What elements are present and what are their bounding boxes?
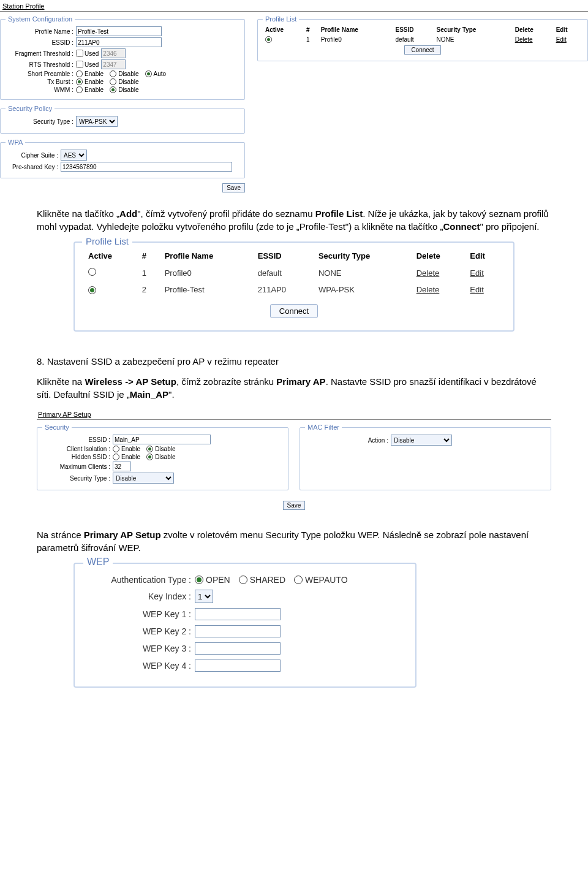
big-pl-legend: Profile List xyxy=(82,236,132,246)
auth-shared-radio[interactable]: SHARED xyxy=(239,575,285,585)
security-type-label: Security Type : xyxy=(6,118,76,125)
txburst-label: Tx Burst : xyxy=(6,78,76,85)
keyidx-select[interactable]: 1 xyxy=(195,590,213,603)
hidden-enable-radio[interactable]: Enable xyxy=(113,454,140,460)
iso-disable-radio[interactable]: Disable xyxy=(146,446,175,452)
preamble-disable-radio[interactable]: Disable xyxy=(110,70,138,77)
auth-shared-text: SHARED xyxy=(250,575,285,585)
wepkey4-label: WEP Key 4 : xyxy=(85,661,195,671)
connect-button-big[interactable]: Connect xyxy=(270,304,318,318)
active-radio[interactable] xyxy=(265,36,272,43)
wpa-legend: WPA xyxy=(6,139,25,146)
pl-sec: NONE xyxy=(434,34,512,44)
active-radio[interactable] xyxy=(88,286,96,294)
mac-action-select[interactable]: Disable xyxy=(391,435,452,446)
table-row: 2 Profile-Test 211AP0 WPA-PSK Delete Edi… xyxy=(83,281,505,298)
p2a: Klikněte na xyxy=(37,376,85,387)
station-profile-screenshot: Station Profile System Configuration Pro… xyxy=(0,0,588,199)
preamble-auto-radio[interactable]: Auto xyxy=(145,70,167,77)
connect-button-small[interactable]: Connect xyxy=(404,45,440,55)
bpl-h-essid: ESSID xyxy=(253,248,314,264)
ap-save-button[interactable]: Save xyxy=(283,501,306,510)
profile-list-table-small: Active # Profile Name ESSID Security Typ… xyxy=(263,25,582,56)
wmm-enable-text: Enable xyxy=(85,86,104,93)
save-button[interactable]: Save xyxy=(222,183,245,192)
pl-h-sec: Security Type xyxy=(434,25,512,34)
essid-input[interactable] xyxy=(76,37,162,47)
iso-enable-radio[interactable]: Enable xyxy=(113,446,140,452)
primary-ap-setup-screenshot: Primary AP Setup Security ESSID : Client… xyxy=(37,409,551,510)
cipher-select[interactable]: AES xyxy=(61,150,87,161)
p1g: " pro připojení. xyxy=(480,221,539,232)
wepkey2-label: WEP Key 2 : xyxy=(85,626,195,636)
security-type-select[interactable]: WPA-PSK xyxy=(76,116,118,127)
p2f: Main_AP xyxy=(130,389,168,400)
profile-list-table-big: Active # Profile Name ESSID Security Typ… xyxy=(83,248,505,322)
p2c: , čímž zobrazíte stránku xyxy=(176,376,276,387)
bpl-num: 2 xyxy=(137,281,160,298)
bpl-sec: NONE xyxy=(314,264,412,281)
p1a: Klikněte na tlačítko „ xyxy=(37,208,119,219)
paragraph-3: Na stránce Primary AP Setup zvolte v rol… xyxy=(37,528,551,554)
delete-link[interactable]: Delete xyxy=(417,285,440,294)
preamble-enable-text: Enable xyxy=(85,70,104,77)
auth-open-text: OPEN xyxy=(206,575,230,585)
ap-sectype-label: Security Type : xyxy=(42,475,113,482)
security-policy-legend: Security Policy xyxy=(6,105,55,112)
security-policy-panel: Security Policy Security Type : WPA-PSK xyxy=(0,105,245,134)
bpl-sec: WPA-PSK xyxy=(314,281,412,298)
bpl-h-edit: Edit xyxy=(465,248,505,264)
active-radio[interactable] xyxy=(88,268,96,276)
delete-link[interactable]: Delete xyxy=(417,268,440,278)
station-profile-title: Station Profile xyxy=(0,0,588,12)
wmm-disable-radio[interactable]: Disable xyxy=(110,86,138,93)
txburst-enable-text: Enable xyxy=(85,78,104,85)
iso-disable-text: Disable xyxy=(155,446,175,452)
pl-h-name: Profile Name xyxy=(318,25,393,34)
preamble-auto-text: Auto xyxy=(154,70,167,77)
rts-used-text: Used xyxy=(85,61,99,68)
rts-label: RTS Threshold : xyxy=(6,61,76,68)
psk-input[interactable] xyxy=(61,162,232,172)
hidden-enable-text: Enable xyxy=(121,454,140,460)
wepkey3-input[interactable] xyxy=(195,642,281,655)
txburst-enable-radio[interactable]: Enable xyxy=(76,78,104,85)
wep-legend: WEP xyxy=(83,557,113,568)
pl-h-del: Delete xyxy=(513,25,554,34)
auth-open-radio[interactable]: OPEN xyxy=(195,575,230,585)
ap-essid-input[interactable] xyxy=(113,435,211,444)
p1b: Add xyxy=(119,208,137,219)
iso-label: Client Isolation : xyxy=(42,446,113,452)
preamble-disable-text: Disable xyxy=(118,70,138,77)
hidden-disable-radio[interactable]: Disable xyxy=(146,454,175,460)
pl-h-edit: Edit xyxy=(554,25,582,34)
bpl-name: Profile-Test xyxy=(160,281,253,298)
max-input[interactable] xyxy=(113,462,131,471)
mac-action-label: Action : xyxy=(305,437,391,444)
bpl-essid: 211AP0 xyxy=(253,281,314,298)
edit-link[interactable]: Edit xyxy=(556,36,567,43)
wmm-enable-radio[interactable]: Enable xyxy=(76,86,104,93)
max-label: Maximum Clients : xyxy=(42,463,113,470)
profile-list-panel-big: Profile List Active # Profile Name ESSID… xyxy=(74,241,514,332)
p2g: ". xyxy=(168,389,175,400)
rts-used-checkbox[interactable] xyxy=(76,61,83,68)
txburst-disable-radio[interactable]: Disable xyxy=(110,78,138,85)
essid-label: ESSID : xyxy=(6,39,76,46)
edit-link[interactable]: Edit xyxy=(470,285,483,294)
frag-used-checkbox[interactable] xyxy=(76,50,83,57)
preamble-enable-radio[interactable]: Enable xyxy=(76,70,104,77)
wepkey1-input[interactable] xyxy=(195,608,281,620)
auth-wepauto-radio[interactable]: WEPAUTO xyxy=(294,575,348,585)
wepkey4-input[interactable] xyxy=(195,660,281,672)
pl-h-essid: ESSID xyxy=(393,25,434,34)
p3b: Primary AP Setup xyxy=(84,530,161,540)
p3a: Na stránce xyxy=(37,530,84,540)
frag-value-input xyxy=(101,48,126,58)
delete-link[interactable]: Delete xyxy=(515,36,533,43)
security-panel: Security ESSID : Client Isolation : Enab… xyxy=(37,424,288,490)
edit-link[interactable]: Edit xyxy=(470,268,483,278)
ap-sectype-select[interactable]: Disable xyxy=(113,473,174,484)
profile-name-input[interactable] xyxy=(76,26,162,36)
wepkey2-input[interactable] xyxy=(195,625,281,637)
